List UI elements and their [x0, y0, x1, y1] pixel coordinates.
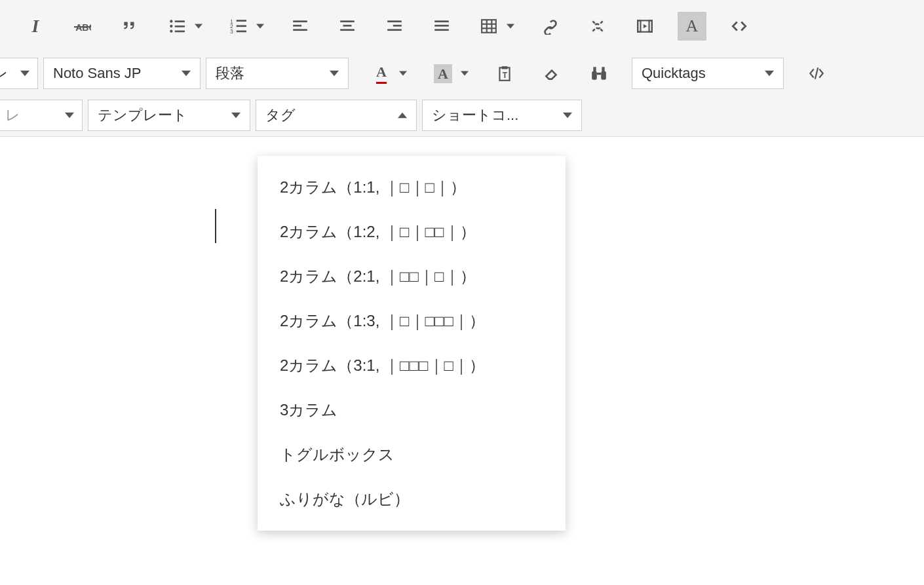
align-center-button[interactable]	[333, 12, 362, 41]
unlink-icon	[589, 18, 606, 35]
align-center-icon	[339, 18, 356, 35]
svg-rect-11	[237, 25, 246, 27]
text-cursor	[215, 209, 216, 243]
dropdown-item[interactable]: ふりがな（ルビ）	[258, 477, 566, 521]
svg-point-2	[170, 20, 172, 22]
table-icon	[480, 18, 497, 35]
align-left-icon	[292, 18, 309, 35]
text-color-icon: A	[376, 64, 387, 84]
font-family-label: Noto Sans JP	[53, 65, 142, 82]
clipboard-icon: T	[496, 65, 513, 82]
tag-label: タグ	[265, 105, 296, 125]
strikethrough-icon: ABC	[74, 18, 91, 35]
dropdown-item[interactable]: トグルボックス	[258, 432, 566, 477]
align-right-button[interactable]	[380, 12, 409, 41]
svg-rect-17	[340, 20, 355, 22]
italic-icon: I	[32, 16, 39, 37]
italic-button[interactable]: I	[21, 12, 50, 41]
link-button[interactable]	[536, 12, 565, 41]
svg-rect-35	[502, 66, 508, 69]
table-button[interactable]	[474, 12, 503, 41]
block-format-select[interactable]: 段落	[206, 58, 349, 89]
svg-rect-33	[649, 20, 652, 31]
link-icon	[542, 18, 559, 35]
dropdown-item[interactable]: 2カラム（2:1, ｜□□｜□｜）	[258, 254, 566, 299]
text-color-caret[interactable]	[396, 59, 410, 88]
eraser-icon	[543, 65, 560, 82]
svg-rect-24	[434, 25, 449, 27]
template-select[interactable]: テンプレート	[88, 100, 250, 131]
bg-color-caret[interactable]	[457, 59, 472, 88]
svg-rect-3	[175, 20, 185, 22]
partial-select-left[interactable]: レ	[0, 58, 38, 89]
svg-rect-14	[293, 20, 307, 22]
blockquote-button[interactable]	[115, 12, 144, 41]
html-tag-icon	[808, 65, 825, 82]
numbered-list-icon: 123	[230, 18, 247, 35]
partial-select-left-2[interactable]: レ	[0, 100, 83, 131]
svg-rect-22	[387, 29, 402, 31]
shortcode-select[interactable]: ショートコ...	[422, 100, 582, 131]
svg-rect-18	[343, 25, 352, 27]
svg-rect-25	[434, 29, 449, 31]
svg-rect-16	[293, 29, 307, 31]
svg-rect-21	[393, 25, 402, 27]
code-view-button[interactable]	[725, 12, 754, 41]
unlink-button[interactable]	[583, 12, 612, 41]
shortcode-label: ショートコ...	[432, 105, 518, 125]
editor-toolbar: I ABC 123	[0, 0, 924, 137]
code-icon	[731, 18, 748, 35]
svg-rect-39	[597, 73, 602, 75]
svg-rect-32	[638, 20, 640, 31]
svg-rect-26	[482, 20, 496, 33]
quicktags-label: Quicktags	[642, 65, 706, 82]
text-color-button[interactable]: A	[367, 59, 396, 88]
dropdown-item[interactable]: 3カラム	[258, 388, 566, 432]
caret-up-icon	[398, 111, 407, 120]
svg-rect-20	[387, 20, 402, 22]
svg-rect-40	[593, 67, 596, 72]
svg-rect-15	[293, 25, 301, 27]
clear-format-button[interactable]: A	[678, 12, 706, 41]
block-format-label: 段落	[216, 64, 244, 83]
find-replace-button[interactable]	[585, 59, 613, 88]
tag-select[interactable]: タグ	[256, 100, 417, 131]
svg-point-6	[170, 29, 172, 32]
ordered-list-button[interactable]: 123	[224, 12, 253, 41]
svg-rect-23	[434, 20, 449, 22]
template-label: テンプレート	[98, 105, 187, 125]
svg-rect-41	[602, 67, 604, 72]
ordered-list-caret[interactable]	[253, 12, 267, 41]
dropdown-item[interactable]: 2カラム（1:1, ｜□｜□｜）	[258, 165, 566, 210]
eraser-button[interactable]	[537, 59, 566, 88]
bg-color-button[interactable]: A	[429, 59, 457, 88]
font-family-select[interactable]: Noto Sans JP	[43, 58, 201, 89]
partial-select-glyph: レ	[0, 64, 9, 83]
svg-rect-7	[175, 31, 185, 33]
svg-text:T: T	[503, 71, 508, 80]
partial-select-glyph-2: レ	[5, 105, 20, 125]
dropdown-item[interactable]: 2カラム（1:2, ｜□｜□□｜）	[258, 210, 566, 254]
toolbar-row-2: レ Noto Sans JP 段落 A A T	[0, 52, 924, 94]
unordered-list-caret[interactable]	[191, 12, 206, 41]
align-justify-icon	[433, 18, 450, 35]
binoculars-icon	[590, 65, 607, 82]
align-justify-button[interactable]	[427, 12, 456, 41]
dropdown-item[interactable]: 2カラム（1:3, ｜□｜□□□｜）	[258, 299, 566, 343]
quicktags-select[interactable]: Quicktags	[632, 58, 784, 89]
align-right-icon	[386, 18, 403, 35]
paste-text-button[interactable]: T	[490, 59, 519, 88]
svg-rect-38	[601, 71, 606, 80]
toolbar-row-1: I ABC 123	[0, 0, 924, 52]
dropdown-item[interactable]: 2カラム（3:1, ｜□□□｜□｜）	[258, 343, 566, 388]
align-left-button[interactable]	[286, 12, 315, 41]
unordered-list-button[interactable]	[163, 12, 191, 41]
svg-rect-9	[237, 20, 246, 22]
strikethrough-button[interactable]: ABC	[68, 12, 97, 41]
source-code-button[interactable]	[802, 59, 831, 88]
media-button[interactable]	[630, 12, 659, 41]
svg-rect-13	[237, 31, 246, 33]
table-caret[interactable]	[503, 12, 518, 41]
svg-point-4	[170, 25, 172, 28]
svg-text:3: 3	[230, 28, 233, 35]
